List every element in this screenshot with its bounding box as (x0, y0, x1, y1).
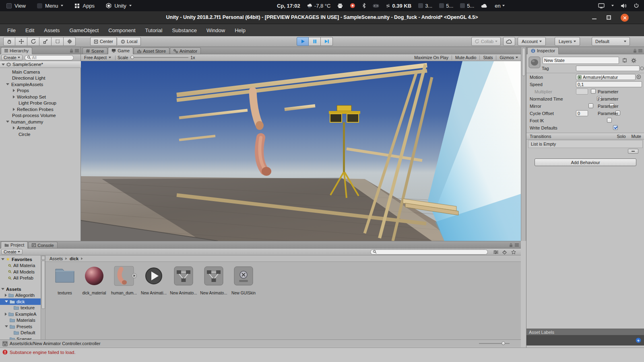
game-viewport[interactable] (81, 61, 521, 241)
asset-item-animator-controller-2[interactable]: New Animato... (199, 265, 229, 298)
cloud-sync-icon[interactable] (481, 4, 488, 8)
tree-item-dick[interactable]: dick (0, 298, 41, 305)
hierarchy-search-input[interactable]: All (25, 55, 74, 60)
screen-recorder-icon[interactable] (350, 3, 355, 8)
gizmos-dropdown[interactable]: Gizmos (500, 55, 518, 60)
scale-tool-button[interactable] (39, 37, 52, 46)
hierarchy-item-circle[interactable]: Circle (0, 131, 81, 138)
scale-slider[interactable] (130, 55, 188, 60)
aspect-dropdown[interactable]: Free Aspect (82, 55, 113, 60)
hierarchy-item-post-process-volume[interactable]: Post-process Volume (0, 113, 81, 119)
display-settings-icon[interactable] (598, 3, 605, 8)
tree-item-scenes[interactable]: Scenes (0, 336, 41, 339)
foldout-closed-icon[interactable] (13, 95, 15, 99)
asset-item-animator-controller-1[interactable]: New Animato... (169, 265, 198, 298)
add-behaviour-button[interactable]: Add Behaviour (535, 158, 636, 166)
tree-item-materials[interactable]: Materials (0, 317, 41, 324)
menu-gameobject[interactable]: GameObject (64, 24, 103, 36)
scrollbar-thumb[interactable] (522, 48, 525, 76)
scrollbar-up-arrow[interactable] (41, 256, 45, 260)
hierarchy-item-workshop-set[interactable]: Workshop Set (0, 94, 81, 100)
keyboard-layout[interactable]: en (495, 3, 504, 9)
hierarchy-item-props[interactable]: Props (0, 88, 81, 94)
project-search-input[interactable] (370, 249, 488, 255)
asset-item-new-guiskin[interactable]: New GUISkin (229, 265, 258, 298)
thumbnail-size-slider[interactable] (479, 341, 510, 346)
tag-picker-icon[interactable] (640, 66, 644, 70)
volume-icon[interactable] (621, 3, 627, 8)
tab-scene[interactable]: Scene (83, 47, 107, 54)
lock-icon[interactable] (509, 243, 513, 247)
hand-tool-button[interactable] (3, 37, 15, 46)
asset-item-new-animation[interactable]: New Animati... (139, 265, 169, 298)
favorites-star-icon[interactable] (511, 250, 516, 255)
expand-subassets-icon[interactable] (132, 273, 137, 278)
search-by-type-icon[interactable] (493, 250, 498, 254)
minimize-button[interactable] (592, 19, 597, 19)
editor-status-bar[interactable]: Substance engine failed to load. (0, 348, 644, 362)
foldout-closed-icon[interactable] (13, 108, 15, 111)
favorites-all-prefabs[interactable]: All Prefab (0, 275, 41, 282)
focus-icon[interactable] (622, 58, 627, 63)
foldout-open-icon[interactable] (6, 121, 9, 123)
write-defaults-checkbox[interactable] (613, 125, 618, 130)
menu-assets[interactable]: Assets (39, 24, 64, 36)
system-menu-menu[interactable]: Menu (37, 3, 64, 9)
menu-file[interactable]: File (2, 24, 21, 36)
foldout-open-icon[interactable] (1, 258, 4, 260)
move-tool-button[interactable] (15, 37, 27, 46)
menu-component[interactable]: Component (103, 24, 140, 36)
collab-button[interactable]: Collab (471, 37, 501, 46)
tab-asset-store[interactable]: Asset Store (134, 47, 169, 54)
stats-toggle[interactable]: Stats (483, 55, 493, 60)
hierarchy-item-armature[interactable]: Armature (0, 125, 81, 132)
tree-item-textures[interactable]: texture (0, 305, 41, 311)
foldout-closed-icon[interactable] (5, 294, 7, 297)
account-dropdown[interactable]: Account (518, 37, 546, 46)
foldout-closed-icon[interactable] (13, 89, 15, 92)
menu-window[interactable]: Window (202, 24, 230, 36)
breadcrumb-current[interactable]: dick (70, 256, 78, 261)
asset-labels-header[interactable]: Asset Labels (526, 329, 644, 335)
printer-icon[interactable] (337, 3, 343, 8)
foldout-open-icon[interactable] (2, 64, 5, 66)
menu-edit[interactable]: Edit (21, 24, 39, 36)
search-by-label-icon[interactable] (502, 250, 507, 255)
tray-item-2[interactable]: 5... (439, 3, 453, 9)
bluetooth-icon[interactable] (362, 3, 366, 8)
gamepad-icon[interactable] (373, 4, 379, 8)
panel-menu-icon[interactable] (515, 243, 519, 247)
transform-tool-button[interactable] (64, 37, 76, 46)
labels-button[interactable] (636, 337, 641, 343)
rect-tool-button[interactable] (52, 37, 64, 46)
assets-root[interactable]: Assets (0, 286, 41, 292)
hierarchy-item-directional-light[interactable]: Directional Light (0, 75, 81, 82)
multiplier-parameter-checkbox[interactable] (591, 89, 596, 94)
asset-item-dick-material[interactable]: dick_material (79, 265, 109, 298)
motion-object-field[interactable]: Armature|Armatur (576, 74, 636, 80)
speed-field[interactable]: 0,1 (576, 81, 642, 87)
rotate-tool-button[interactable] (27, 37, 39, 46)
tree-item-exampleassets[interactable]: ExampleA (0, 311, 41, 317)
system-menu-view[interactable]: View (6, 3, 26, 9)
tab-console[interactable]: Console (28, 242, 57, 248)
breadcrumb-assets[interactable]: Assets (50, 256, 63, 261)
project-tree-scrollbar[interactable] (41, 255, 45, 339)
tray-item-3[interactable]: 5... (460, 3, 474, 9)
cloud-button[interactable] (503, 37, 515, 46)
lock-icon[interactable] (633, 49, 637, 53)
play-button[interactable] (297, 37, 309, 46)
tab-hierarchy[interactable]: Hierarchy (1, 47, 32, 54)
asset-item-textures[interactable]: textures (50, 265, 80, 298)
tray-item-1[interactable]: 3... (418, 3, 432, 9)
system-menu-unity[interactable]: Unity (106, 3, 132, 9)
favorites-all-models[interactable]: All Models (0, 269, 41, 275)
foldout-open-icon[interactable] (5, 325, 8, 327)
asset-item-human-dummy[interactable]: human_dum... (109, 265, 139, 298)
tag-field[interactable] (576, 66, 640, 71)
list-remove-button[interactable] (628, 149, 638, 154)
layers-dropdown[interactable]: Layers (555, 37, 580, 46)
pivot-mode-button[interactable]: Center (90, 37, 117, 46)
step-button[interactable] (321, 37, 333, 46)
foot-ik-checkbox[interactable] (607, 118, 612, 123)
